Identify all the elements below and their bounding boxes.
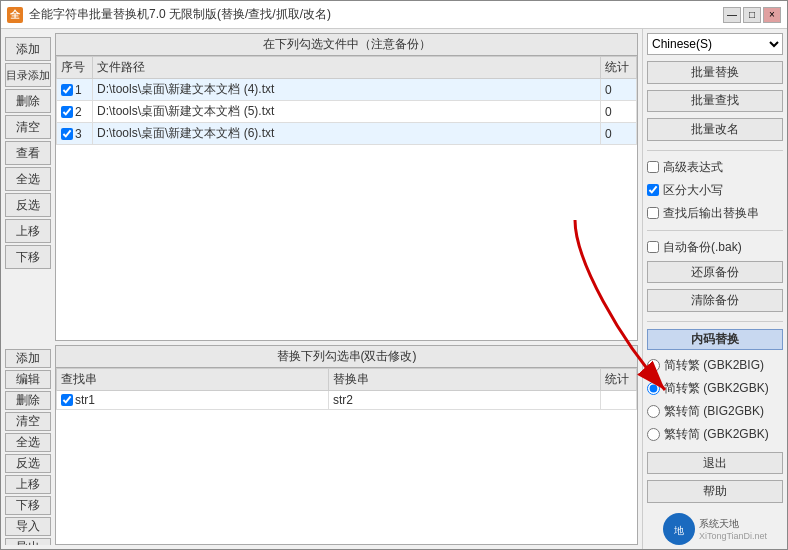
file-invert-select-button[interactable]: 反选 [5, 193, 51, 217]
file-section-title: 在下列勾选文件中（注意备份） [56, 34, 637, 56]
file-clear-button[interactable]: 清空 [5, 115, 51, 139]
replace-table-area: 查找串 替换串 统计 str1 str2 [56, 368, 637, 544]
replace-add-button[interactable]: 添加 [5, 349, 51, 368]
batch-replace-button[interactable]: 批量替换 [647, 61, 783, 84]
replace-clear-button[interactable]: 清空 [5, 412, 51, 431]
help-button[interactable]: 帮助 [647, 480, 783, 503]
language-select[interactable]: Chinese(S) Chinese(T) English [647, 33, 783, 55]
replace-col-replace: 替换串 [329, 369, 601, 391]
file-move-down-button[interactable]: 下移 [5, 245, 51, 269]
replace-col-count: 统计 [601, 369, 637, 391]
chk-output-replace-label: 查找后输出替换串 [663, 205, 759, 222]
file-col-num: 序号 [57, 57, 93, 79]
radio-simp-trad-gbk-label: 简转繁 (GBK2GBK) [664, 380, 769, 397]
chk-auto-backup[interactable] [647, 241, 659, 253]
file-view-button[interactable]: 查看 [5, 141, 51, 165]
title-bar-left: 全 全能字符串批量替换机7.0 无限制版(替换/查找/抓取/改名) [7, 6, 331, 23]
file-dir-add-button[interactable]: 目录添加 [5, 63, 51, 87]
replace-move-up-button[interactable]: 上移 [5, 475, 51, 494]
file-move-up-button[interactable]: 上移 [5, 219, 51, 243]
file-delete-button[interactable]: 删除 [5, 89, 51, 113]
file-count-cell: 0 [601, 123, 637, 145]
file-row-checkbox[interactable] [61, 128, 73, 140]
title-bar: 全 全能字符串批量替换机7.0 无限制版(替换/查找/抓取/改名) — □ × [1, 1, 787, 29]
separator-3 [647, 321, 783, 322]
chk-case-sensitive[interactable] [647, 184, 659, 196]
replace-invert-button[interactable]: 反选 [5, 454, 51, 473]
replace-select-all-button[interactable]: 全选 [5, 433, 51, 452]
app-icon: 全 [7, 7, 23, 23]
logo-area: 地 系统天地 XiTongTianDi.net [647, 513, 783, 545]
minimize-button[interactable]: — [723, 7, 741, 23]
replace-col-find: 查找串 [57, 369, 329, 391]
exit-button[interactable]: 退出 [647, 452, 783, 475]
radio-simp-trad-big-row: 简转繁 (GBK2BIG) [647, 356, 783, 375]
file-select-all-button[interactable]: 全选 [5, 167, 51, 191]
logo-name: 系统天地 [699, 517, 767, 531]
batch-find-button[interactable]: 批量查找 [647, 90, 783, 113]
replace-count-cell [601, 391, 637, 410]
file-row-checkbox[interactable] [61, 106, 73, 118]
main-window: 全 全能字符串批量替换机7.0 无限制版(替换/查找/抓取/改名) — □ × … [0, 0, 788, 550]
file-add-button[interactable]: 添加 [5, 37, 51, 61]
file-num-cell: 1 [57, 79, 93, 101]
replace-edit-button[interactable]: 编辑 [5, 370, 51, 389]
radio-trad-simp-big[interactable] [647, 405, 660, 418]
replace-section-title: 替换下列勾选串(双击修改) [56, 346, 637, 368]
file-row-num: 1 [75, 83, 82, 97]
chk-output-replace[interactable] [647, 207, 659, 219]
restore-backup-button[interactable]: 还原备份 [647, 261, 783, 284]
batch-rename-button[interactable]: 批量改名 [647, 118, 783, 141]
file-row-checkbox[interactable] [61, 84, 73, 96]
file-side-buttons: 添加 目录添加 删除 清空 查看 全选 反选 上移 下移 [5, 33, 55, 341]
replace-table: 查找串 替换串 统计 str1 str2 [56, 368, 637, 410]
replace-find-cell: str1 [57, 391, 329, 410]
replace-export-button[interactable]: 导出 [5, 538, 51, 545]
radio-simp-trad-big[interactable] [647, 359, 660, 372]
radio-trad-simp-big-label: 繁转简 (BIG2GBK) [664, 403, 764, 420]
table-row: 3 D:\tools\桌面\新建文本文档 (6).txt 0 [57, 123, 637, 145]
clear-backup-button[interactable]: 清除备份 [647, 289, 783, 312]
table-row: str1 str2 [57, 391, 637, 410]
file-table: 序号 文件路径 统计 1 D:\tools\桌面\新建文本文档 (4).txt [56, 56, 637, 145]
replace-replace-cell: str2 [329, 391, 601, 410]
svg-text:地: 地 [673, 525, 684, 536]
file-path-cell: D:\tools\桌面\新建文本文档 (5).txt [93, 101, 601, 123]
file-path-cell: D:\tools\桌面\新建文本文档 (4).txt [93, 79, 601, 101]
radio-trad-simp-gbk[interactable] [647, 428, 660, 441]
radio-simp-trad-big-label: 简转繁 (GBK2BIG) [664, 357, 764, 374]
replace-find-value: str1 [75, 393, 95, 407]
file-path-cell: D:\tools\桌面\新建文本文档 (6).txt [93, 123, 601, 145]
radio-trad-simp-gbk-row: 繁转简 (GBK2GBK) [647, 425, 783, 444]
encode-replace-button[interactable]: 内码替换 [647, 329, 783, 350]
file-row-num: 2 [75, 105, 82, 119]
logo-text-area: 系统天地 XiTongTianDi.net [699, 517, 767, 541]
replace-move-down-button[interactable]: 下移 [5, 496, 51, 515]
chk-advanced-expr[interactable] [647, 161, 659, 173]
file-col-count: 统计 [601, 57, 637, 79]
window-title: 全能字符串批量替换机7.0 无限制版(替换/查找/抓取/改名) [29, 6, 331, 23]
chk-auto-backup-label: 自动备份(.bak) [663, 239, 742, 256]
chk-advanced-expr-label: 高级表达式 [663, 159, 723, 176]
close-button[interactable]: × [763, 7, 781, 23]
file-count-cell: 0 [601, 79, 637, 101]
replace-import-button[interactable]: 导入 [5, 517, 51, 536]
replace-side-buttons: 添加 编辑 删除 清空 全选 反选 上移 下移 导入 导出 [5, 345, 55, 545]
file-num-cell: 3 [57, 123, 93, 145]
separator-2 [647, 230, 783, 231]
chk-auto-backup-row: 自动备份(.bak) [647, 238, 783, 257]
replace-row-checkbox[interactable] [61, 394, 73, 406]
logo-svg: 地 [663, 513, 695, 545]
radio-simp-trad-gbk[interactable] [647, 382, 660, 395]
file-table-box: 在下列勾选文件中（注意备份） 序号 文件路径 统计 [55, 33, 638, 341]
file-row-num: 3 [75, 127, 82, 141]
maximize-button[interactable]: □ [743, 7, 761, 23]
replace-delete-button[interactable]: 删除 [5, 391, 51, 410]
chk-output-replace-row: 查找后输出替换串 [647, 204, 783, 223]
left-panel: 添加 目录添加 删除 清空 查看 全选 反选 上移 下移 在下列勾选文件中（注意… [1, 29, 642, 549]
language-selector-row: Chinese(S) Chinese(T) English [647, 33, 783, 55]
replace-table-box: 替换下列勾选串(双击修改) 查找串 替换串 统计 [55, 345, 638, 545]
replace-inner: 添加 编辑 删除 清空 全选 反选 上移 下移 导入 导出 替换下列勾选串(双击… [5, 345, 638, 545]
chk-advanced-expr-row: 高级表达式 [647, 158, 783, 177]
file-num-cell: 2 [57, 101, 93, 123]
